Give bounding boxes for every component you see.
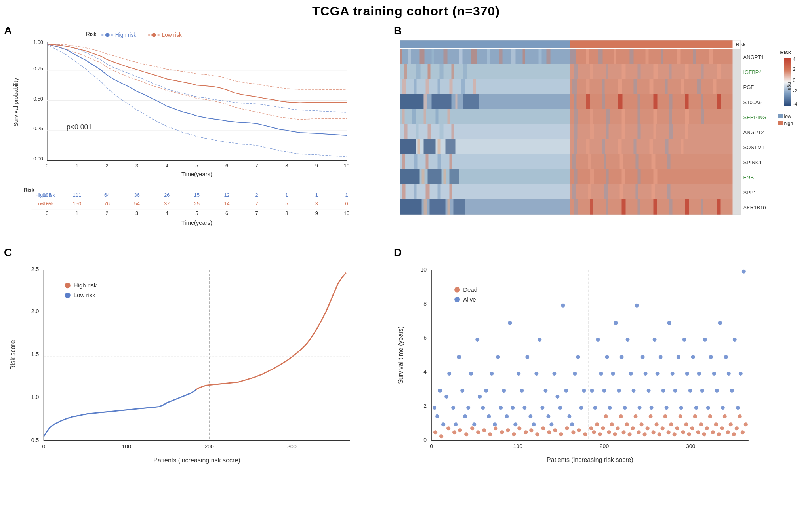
svg-point-501 xyxy=(723,414,727,418)
svg-text:1.00: 1.00 xyxy=(33,39,43,45)
svg-text:4: 4 xyxy=(793,57,796,62)
svg-point-450 xyxy=(727,372,731,376)
svg-text:100: 100 xyxy=(513,443,523,449)
svg-text:26: 26 xyxy=(164,192,170,198)
svg-rect-87 xyxy=(420,49,425,64)
svg-rect-163 xyxy=(570,109,733,124)
svg-rect-146 xyxy=(570,94,733,109)
svg-point-419 xyxy=(635,304,639,308)
panel-c-label: C xyxy=(4,246,12,259)
svg-point-502 xyxy=(726,430,730,434)
panel-a: A Risk High risk Low risk 0.00 0.2 xyxy=(0,21,390,242)
svg-point-385 xyxy=(476,430,480,434)
svg-rect-239 xyxy=(426,184,430,199)
svg-text:Patients (increasing risk socr: Patients (increasing risk socre) xyxy=(547,456,633,463)
svg-point-494 xyxy=(702,432,706,436)
svg-rect-169 xyxy=(574,109,578,124)
svg-rect-265 xyxy=(717,199,721,215)
svg-rect-222 xyxy=(400,169,570,184)
svg-point-417 xyxy=(629,372,633,376)
svg-text:7: 7 xyxy=(255,163,258,169)
svg-rect-126 xyxy=(400,79,570,94)
svg-text:6: 6 xyxy=(225,210,228,216)
panel-d: D 0 2 4 6 8 10 Survival time (years) 0 1… xyxy=(390,242,812,496)
svg-rect-200 xyxy=(574,139,577,154)
svg-rect-252 xyxy=(424,199,427,215)
svg-rect-245 xyxy=(620,184,623,199)
main-container: TCGA training cohort (n=370) A Risk High… xyxy=(0,0,812,511)
svg-rect-204 xyxy=(634,139,637,154)
svg-point-365 xyxy=(546,414,550,418)
svg-text:SERPING1: SERPING1 xyxy=(743,114,770,120)
svg-rect-198 xyxy=(438,139,441,154)
svg-rect-228 xyxy=(450,169,459,184)
svg-rect-157 xyxy=(654,94,658,109)
legend-risk-title: Risk xyxy=(86,31,97,37)
svg-point-386 xyxy=(482,428,486,432)
svg-text:7: 7 xyxy=(255,201,258,207)
svg-point-352 xyxy=(508,321,512,325)
svg-rect-214 xyxy=(450,154,452,169)
svg-point-506 xyxy=(738,414,742,418)
svg-point-328 xyxy=(435,414,439,418)
svg-point-427 xyxy=(659,355,663,359)
svg-text:1: 1 xyxy=(345,192,348,198)
svg-rect-86 xyxy=(408,49,411,64)
svg-text:6: 6 xyxy=(423,334,427,341)
svg-text:high: high xyxy=(787,82,792,90)
svg-point-487 xyxy=(681,430,685,434)
svg-point-456 xyxy=(589,426,593,430)
svg-rect-233 xyxy=(638,169,641,184)
svg-point-504 xyxy=(732,432,736,436)
svg-text:10: 10 xyxy=(344,163,349,169)
svg-rect-113 xyxy=(440,64,444,79)
svg-rect-234 xyxy=(654,169,658,184)
svg-point-331 xyxy=(444,395,448,399)
svg-point-458 xyxy=(595,422,599,426)
svg-text:1: 1 xyxy=(76,210,78,216)
svg-point-442 xyxy=(703,338,707,342)
svg-rect-238 xyxy=(414,184,417,199)
svg-rect-118 xyxy=(606,64,608,79)
svg-rect-148 xyxy=(424,94,427,109)
svg-rect-231 xyxy=(606,169,609,184)
svg-rect-211 xyxy=(414,154,418,169)
svg-rect-197 xyxy=(424,139,436,154)
svg-point-368 xyxy=(555,395,559,399)
svg-point-481 xyxy=(663,414,667,418)
svg-text:37: 37 xyxy=(164,201,170,207)
svg-point-428 xyxy=(661,389,665,393)
svg-text:111: 111 xyxy=(73,192,81,198)
svg-rect-84 xyxy=(570,49,733,64)
svg-rect-165 xyxy=(412,109,416,124)
svg-point-408 xyxy=(602,389,606,393)
svg-rect-94 xyxy=(511,49,516,64)
svg-rect-91 xyxy=(471,49,477,64)
svg-text:0: 0 xyxy=(42,443,46,450)
svg-text:0: 0 xyxy=(793,78,796,83)
svg-rect-104 xyxy=(661,49,663,64)
panel-b-label: B xyxy=(394,25,402,37)
svg-point-463 xyxy=(610,422,614,426)
svg-text:9: 9 xyxy=(315,210,318,216)
svg-point-409 xyxy=(605,355,609,359)
svg-point-414 xyxy=(620,355,624,359)
panel-b-svg: Risk xyxy=(392,25,808,242)
svg-rect-102 xyxy=(630,49,634,64)
svg-point-393 xyxy=(524,430,528,434)
svg-point-489 xyxy=(687,432,691,436)
svg-text:4: 4 xyxy=(166,210,168,216)
svg-text:Survival probability: Survival probability xyxy=(13,78,19,127)
svg-rect-189 xyxy=(638,124,641,139)
svg-rect-241 xyxy=(450,184,452,199)
svg-point-492 xyxy=(696,430,700,434)
svg-point-354 xyxy=(513,422,517,426)
svg-point-491 xyxy=(693,414,697,418)
svg-text:5: 5 xyxy=(285,201,288,207)
svg-rect-259 xyxy=(622,199,626,215)
svg-point-341 xyxy=(475,338,479,342)
svg-point-332 xyxy=(447,372,451,376)
svg-point-467 xyxy=(622,430,626,434)
svg-point-445 xyxy=(712,372,716,376)
bottom-panels-row: C 0.5 1.0 1.5 2.0 2.5 Risk score xyxy=(0,242,812,496)
